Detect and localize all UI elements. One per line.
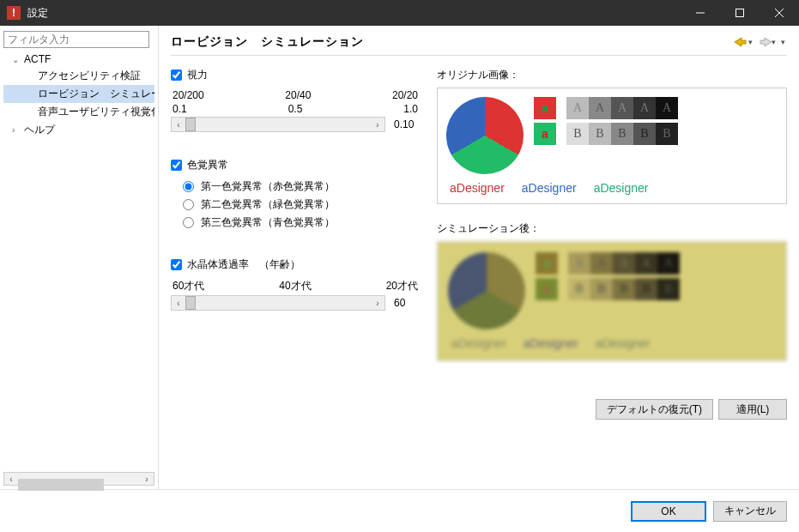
- filter-input[interactable]: [3, 31, 149, 48]
- scale-label: 0.5: [288, 103, 303, 115]
- scale-label: 20/40: [285, 89, 311, 101]
- slider-right-icon[interactable]: ›: [371, 299, 384, 308]
- scale-label: 40才代: [279, 279, 311, 293]
- gray-cell: A: [568, 252, 590, 275]
- scroll-right-icon[interactable]: ›: [140, 475, 154, 484]
- close-button[interactable]: [760, 0, 799, 26]
- dialog-footer: OK キャンセル: [0, 489, 799, 532]
- radio-label: 第一色覚異常（赤色覚異常）: [201, 179, 335, 194]
- sidebar-scrollbar[interactable]: ‹ ›: [3, 472, 154, 486]
- cancel-button[interactable]: キャンセル: [713, 501, 787, 522]
- tree-item-help[interactable]: › ヘルプ: [3, 121, 154, 139]
- gray-cell: B: [611, 123, 633, 145]
- designer-label-sim: aDesigner: [596, 336, 651, 350]
- nav-arrows: ▾ ▾ ▾: [733, 37, 787, 47]
- vision-checkbox[interactable]: 視力: [171, 68, 420, 82]
- sim-label: シミュレーション後：: [437, 221, 787, 236]
- radio-protanopia[interactable]: 第一色覚異常（赤色覚異常）: [183, 179, 420, 194]
- restore-defaults-button[interactable]: デフォルトの復元(T): [596, 399, 713, 420]
- tree-item-voice[interactable]: 音声ユーザビリティ視覚化: [3, 103, 154, 121]
- vision-value: 0.10: [394, 118, 420, 130]
- scale-label: 60才代: [173, 279, 204, 293]
- gray-cell: A: [613, 252, 635, 275]
- original-preview: a a A A A A A B: [437, 88, 787, 204]
- nav-forward-button[interactable]: ▾: [756, 37, 778, 47]
- tree-item-actf[interactable]: ⌄ ACTF: [3, 51, 154, 67]
- tree-item-accessibility[interactable]: アクセシビリティ検証: [3, 67, 154, 85]
- pie-chart-sim: [448, 252, 525, 329]
- titlebar: 設定: [0, 0, 799, 26]
- slider-thumb[interactable]: [185, 118, 196, 131]
- apply-button[interactable]: 適用(L): [718, 399, 787, 420]
- gray-cell: B: [566, 123, 589, 145]
- tree-item-lowvision[interactable]: ロービジョン シミュレーショ: [3, 85, 154, 103]
- slider-thumb[interactable]: [185, 296, 196, 310]
- nav-menu-button[interactable]: ▾: [779, 37, 787, 47]
- swatch-green-sim: a: [536, 278, 558, 300]
- vision-scale-bot: 0.1 0.5 1.0: [173, 103, 418, 115]
- lens-value: 60: [394, 297, 420, 309]
- tree-label: ロービジョン シミュレーショ: [38, 87, 154, 101]
- preview-column: オリジナル画像： a a A A A A: [437, 68, 787, 420]
- app-icon: [7, 6, 21, 20]
- gray-cell: B: [635, 278, 657, 300]
- slider-right-icon[interactable]: ›: [371, 120, 384, 130]
- svg-marker-5: [760, 38, 772, 46]
- tree: ⌄ ACTF アクセシビリティ検証 ロービジョン シミュレーショ 音声ユーザビリ…: [3, 51, 154, 472]
- tree-label: 音声ユーザビリティ視覚化: [38, 105, 154, 119]
- radio-tritanopia[interactable]: 第三色覚異常（青色覚異常）: [183, 215, 420, 230]
- lens-scale: 60才代 40才代 20才代: [173, 279, 418, 293]
- scale-label: 1.0: [403, 103, 418, 115]
- slider-left-icon[interactable]: ‹: [172, 299, 185, 308]
- designer-label-green: aDesigner: [594, 181, 649, 195]
- slider-left-icon[interactable]: ‹: [172, 120, 185, 130]
- lens-slider[interactable]: ‹ ›: [171, 295, 385, 311]
- colorblind-radios: 第一色覚異常（赤色覚異常） 第二色覚異常（緑色覚異常） 第三色覚異常（青色覚異常…: [171, 179, 420, 230]
- radio-label: 第二色覚異常（緑色覚異常）: [201, 197, 335, 212]
- lens-label: 水晶体透過率 （年齢）: [187, 257, 300, 272]
- gray-cell: B: [613, 278, 635, 300]
- scroll-left-icon[interactable]: ‹: [4, 475, 18, 484]
- colorblind-checkbox[interactable]: 色覚異常: [171, 158, 420, 172]
- gray-cell: A: [633, 97, 656, 119]
- colorblind-checkbox-input[interactable]: [171, 160, 182, 171]
- swatch-green: a: [534, 123, 556, 145]
- scale-label: 20/200: [173, 89, 204, 101]
- lens-checkbox[interactable]: 水晶体透過率 （年齢）: [171, 257, 420, 272]
- original-label: オリジナル画像：: [437, 68, 787, 82]
- swatch-red: a: [534, 97, 556, 119]
- controls-column: 視力 20/200 20/40 20/20 0.1 0.5 1.0 ‹ ›: [171, 68, 420, 420]
- vision-label: 視力: [187, 68, 208, 82]
- expand-icon[interactable]: ›: [12, 125, 22, 135]
- designer-label-sim: aDesigner: [524, 336, 578, 350]
- designer-label-red: aDesigner: [450, 181, 505, 195]
- simulated-preview: a a A A A A A B: [437, 241, 787, 361]
- scale-label: 0.1: [173, 103, 187, 115]
- gray-cell: A: [656, 97, 678, 119]
- svg-rect-1: [736, 9, 744, 17]
- maximize-button[interactable]: [720, 0, 760, 26]
- pie-chart: [446, 97, 524, 174]
- ok-button[interactable]: OK: [631, 501, 706, 522]
- expand-icon[interactable]: ⌄: [12, 55, 22, 64]
- radio-input[interactable]: [183, 181, 194, 192]
- vision-checkbox-input[interactable]: [171, 70, 182, 81]
- swatch-red-sim: a: [536, 252, 558, 275]
- radio-input[interactable]: [183, 199, 194, 210]
- vision-slider[interactable]: ‹ ›: [171, 117, 385, 132]
- colorblind-label: 色覚異常: [187, 158, 228, 172]
- gray-cell: B: [633, 123, 656, 145]
- lens-checkbox-input[interactable]: [171, 259, 182, 270]
- scroll-thumb[interactable]: [18, 479, 104, 491]
- grayscale-swatches: A A A A A B B B B B: [566, 97, 678, 145]
- designer-label-blue: aDesigner: [522, 181, 577, 195]
- gray-cell: B: [656, 123, 678, 145]
- nav-back-button[interactable]: ▾: [733, 37, 754, 47]
- radio-deuteranopia[interactable]: 第二色覚異常（緑色覚異常）: [183, 197, 420, 212]
- gray-cell: B: [568, 278, 590, 300]
- radio-input[interactable]: [183, 217, 194, 228]
- gray-cell: A: [611, 97, 633, 119]
- gray-cell: B: [589, 123, 611, 145]
- minimize-button[interactable]: [681, 0, 720, 26]
- tree-label: ヘルプ: [24, 123, 55, 137]
